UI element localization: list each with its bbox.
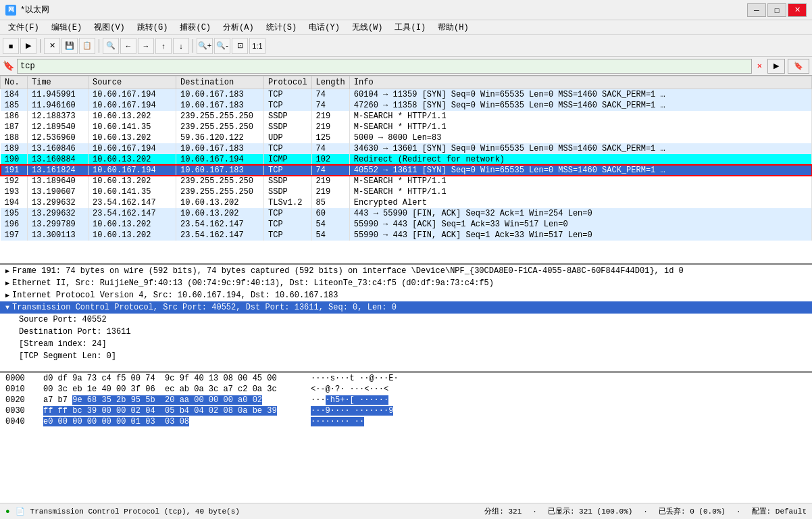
table-row[interactable]: 18913.16084610.60.167.19410.60.167.183TC… bbox=[1, 143, 812, 154]
menu-analyze[interactable]: 分析(A) bbox=[218, 20, 259, 34]
toolbar-sep1 bbox=[40, 39, 41, 53]
table-row[interactable]: 18511.94616010.60.167.19410.60.167.183TC… bbox=[1, 100, 812, 111]
cell-time: 13.160846 bbox=[28, 143, 88, 154]
table-row[interactable]: 18411.94599110.60.167.19410.60.167.183TC… bbox=[1, 89, 812, 101]
cell-dst: 59.36.120.122 bbox=[176, 132, 264, 143]
filter-input[interactable]: tcp bbox=[17, 59, 752, 74]
menu-phone[interactable]: 电话(Y) bbox=[303, 20, 345, 34]
toolbar-new[interactable]: ■ bbox=[3, 38, 19, 54]
filter-clear-button[interactable]: ✕ bbox=[755, 61, 765, 71]
table-row[interactable]: 19313.19060710.60.141.35239.255.255.250S… bbox=[1, 187, 812, 197]
title-bar-buttons[interactable]: ─ □ ✕ bbox=[747, 3, 807, 17]
menu-goto[interactable]: 跳转(G) bbox=[132, 20, 174, 34]
menu-wireless[interactable]: 无线(W) bbox=[347, 20, 388, 34]
toolbar-search[interactable]: 🔍 bbox=[103, 38, 119, 54]
detail-tcp-src[interactable]: Source Port: 40552 bbox=[0, 314, 812, 326]
cell-info: M-SEARCH * HTTP/1.1 bbox=[349, 187, 811, 197]
table-row[interactable]: 19013.16088410.60.13.20210.60.167.194ICM… bbox=[1, 154, 812, 165]
status-left: ● 📄 Transmission Control Protocol (tcp),… bbox=[5, 507, 240, 516]
detail-tcp-dst[interactable]: Destination Port: 13611 bbox=[0, 326, 812, 338]
cell-time: 13.299632 bbox=[28, 197, 88, 208]
detail-frame[interactable]: ▶ Frame 191: 74 bytes on wire (592 bits)… bbox=[0, 265, 812, 277]
packet-icon: 📄 bbox=[16, 507, 25, 516]
detail-tcp[interactable]: ▼ Transmission Control Protocol, Src Por… bbox=[0, 301, 812, 314]
filter-apply-button[interactable]: ▶ bbox=[767, 59, 785, 74]
toolbar-fwd[interactable]: → bbox=[138, 38, 154, 54]
toolbar-zoom-out[interactable]: 🔍- bbox=[214, 38, 230, 54]
toolbar-save2[interactable]: 📋 bbox=[79, 38, 95, 54]
toolbar-up[interactable]: ↑ bbox=[155, 38, 172, 54]
cell-time: 11.946160 bbox=[28, 100, 88, 111]
status-sep3: · bbox=[736, 508, 741, 516]
cell-len: 54 bbox=[311, 219, 349, 230]
cell-len: 102 bbox=[311, 154, 349, 165]
table-row[interactable]: 18812.53696010.60.13.20259.36.120.122UDP… bbox=[1, 132, 812, 143]
toolbar-zoom-in[interactable]: 🔍+ bbox=[197, 38, 213, 54]
close-button[interactable]: ✕ bbox=[788, 3, 807, 17]
menu-stats[interactable]: 统计(S) bbox=[261, 20, 303, 34]
cell-time: 13.160884 bbox=[28, 154, 88, 165]
col-info[interactable]: Info bbox=[349, 76, 811, 89]
cell-no: 190 bbox=[1, 154, 28, 165]
menu-file[interactable]: 文件(F) bbox=[3, 20, 45, 34]
ip-arrow[interactable]: ▶ bbox=[5, 291, 9, 299]
maximize-button[interactable]: □ bbox=[767, 3, 786, 17]
col-source[interactable]: Source bbox=[88, 76, 176, 89]
menu-view[interactable]: 视图(V) bbox=[88, 20, 130, 34]
col-protocol[interactable]: Protocol bbox=[264, 76, 312, 89]
cell-no: 197 bbox=[1, 230, 28, 241]
cell-info: 47260 → 11358 [SYN] Seq=0 Win=65535 Len=… bbox=[349, 100, 811, 111]
table-row[interactable]: 18612.18837310.60.13.202239.255.255.250S… bbox=[1, 111, 812, 122]
table-row[interactable]: 19113.16182410.60.167.19410.60.167.183TC… bbox=[1, 165, 812, 176]
cell-dst: 10.60.167.194 bbox=[176, 154, 264, 165]
menu-help[interactable]: 帮助(H) bbox=[432, 20, 474, 34]
table-row[interactable]: 19713.30011310.60.13.20223.54.162.147TCP… bbox=[1, 230, 812, 241]
table-row[interactable]: 19613.29978910.60.13.20223.54.162.147TCP… bbox=[1, 219, 812, 230]
table-row[interactable]: 19513.29963223.54.162.14710.60.13.202TCP… bbox=[1, 208, 812, 219]
cell-info: M-SEARCH * HTTP/1.1 bbox=[349, 122, 811, 132]
toolbar-back[interactable]: ← bbox=[120, 38, 136, 54]
detail-tcp-seg[interactable]: [TCP Segment Len: 0] bbox=[0, 350, 812, 362]
detail-ip[interactable]: ▶ Internet Protocol Version 4, Src: 10.6… bbox=[0, 289, 812, 301]
menu-capture[interactable]: 捕获(C) bbox=[174, 20, 216, 34]
detail-ethernet[interactable]: ▶ Ethernet II, Src: RuijieNe_9f:40:13 (0… bbox=[0, 277, 812, 289]
tcp-seg-text: [TCP Segment Len: 0] bbox=[19, 351, 116, 361]
cell-proto: TCP bbox=[264, 165, 312, 176]
col-no[interactable]: No. bbox=[1, 76, 28, 89]
cell-proto: TCP bbox=[264, 219, 312, 230]
ethernet-arrow[interactable]: ▶ bbox=[5, 279, 9, 287]
cell-src: 10.60.13.202 bbox=[88, 154, 176, 165]
cell-len: 219 bbox=[311, 176, 349, 187]
toolbar-save[interactable]: 💾 bbox=[61, 38, 78, 54]
tcp-arrow[interactable]: ▼ bbox=[5, 304, 9, 312]
window-title: *以太网 bbox=[20, 4, 49, 16]
detail-pane: ▶ Frame 191: 74 bytes on wire (592 bits)… bbox=[0, 265, 812, 373]
cell-time: 13.189640 bbox=[28, 176, 88, 187]
col-length[interactable]: Length bbox=[311, 76, 349, 89]
col-time[interactable]: Time bbox=[28, 76, 88, 89]
hex-ascii-0010: <·-@·?· ···<···< bbox=[311, 385, 388, 394]
title-bar: 网 *以太网 ─ □ ✕ bbox=[0, 0, 812, 20]
cell-proto: TCP bbox=[264, 143, 312, 154]
cell-proto: SSDP bbox=[264, 187, 312, 197]
filter-bar: 🔖 tcp ✕ ▶ 🔖 bbox=[0, 57, 812, 76]
filter-bookmark-button[interactable]: 🔖 bbox=[788, 59, 809, 74]
table-row[interactable]: 19213.18964010.60.13.202239.255.255.250S… bbox=[1, 176, 812, 187]
menu-tools[interactable]: 工具(I) bbox=[389, 20, 431, 34]
hex-ascii-0020: ····h5+·[ ······ bbox=[311, 395, 388, 405]
minimize-button[interactable]: ─ bbox=[747, 3, 766, 17]
packet-table: No. Time Source Destination Protocol Len… bbox=[0, 76, 812, 241]
frame-arrow[interactable]: ▶ bbox=[5, 267, 9, 275]
table-row[interactable]: 19413.29963223.54.162.14710.60.13.202TLS… bbox=[1, 197, 812, 208]
toolbar-zoom-100[interactable]: 1:1 bbox=[249, 38, 265, 54]
toolbar-down[interactable]: ↓ bbox=[173, 38, 189, 54]
cell-time: 13.299789 bbox=[28, 219, 88, 230]
menu-edit[interactable]: 编辑(E) bbox=[46, 20, 88, 34]
toolbar-zoom-fit[interactable]: ⊡ bbox=[232, 38, 248, 54]
detail-tcp-stream[interactable]: [Stream index: 24] bbox=[0, 338, 812, 350]
ready-icon: ● bbox=[5, 508, 10, 516]
toolbar-close[interactable]: ✕ bbox=[44, 38, 60, 54]
toolbar-open[interactable]: ▶ bbox=[20, 38, 36, 54]
col-destination[interactable]: Destination bbox=[176, 76, 264, 89]
table-row[interactable]: 18712.18954010.60.141.35239.255.255.250S… bbox=[1, 122, 812, 132]
